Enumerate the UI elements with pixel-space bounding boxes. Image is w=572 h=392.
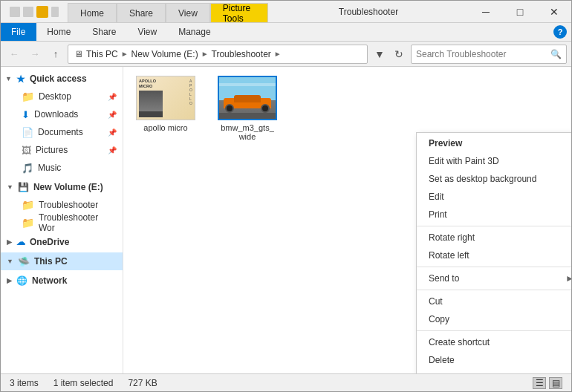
- tb-folder-icon: [36, 6, 48, 18]
- file-thumb-bmw: [218, 76, 277, 120]
- path-folder[interactable]: Troubleshooter: [212, 49, 271, 59]
- drive-label: New Volume (E:): [33, 182, 103, 192]
- sidebar: ▼ ★ Quick access 📁 Desktop 📌 ⬇ Downloads…: [1, 67, 123, 373]
- pictures-label: Pictures: [36, 145, 68, 155]
- dropdown-button[interactable]: ▼: [371, 45, 389, 63]
- forward-button[interactable]: →: [26, 45, 44, 63]
- title-bar-left: [1, 1, 68, 22]
- sidebar-onedrive[interactable]: ▶ ☁ OneDrive: [1, 233, 123, 251]
- desktop-label: Desktop: [39, 91, 71, 102]
- expand-arrow-network: ▶: [7, 277, 12, 284]
- ribbon-file-tab[interactable]: File: [1, 23, 36, 41]
- pin-documents: 📌: [108, 128, 117, 137]
- tab-home[interactable]: Home: [68, 3, 117, 22]
- tb-save-btn[interactable]: [10, 7, 20, 17]
- troubleshooter-wor-label: Troubleshooter Wor: [39, 212, 117, 233]
- path-thispc[interactable]: This PC: [86, 49, 118, 59]
- cm-rename-label: Rename: [429, 373, 462, 373]
- desktop-folder-icon: 📁: [22, 91, 34, 102]
- sidebar-item-pictures[interactable]: 🖼 Pictures 📌: [1, 141, 123, 159]
- window: Home Share View Picture Tools Troublesho…: [0, 0, 572, 392]
- cm-cut[interactable]: Cut: [417, 293, 571, 310]
- expand-arrow-thispc: ▼: [7, 258, 13, 265]
- path-sep-1: ►: [121, 50, 129, 58]
- ribbon-share-tab[interactable]: Share: [82, 23, 127, 41]
- network-icon: 🌐: [16, 275, 27, 286]
- network-section: ▶ 🌐 Network: [1, 272, 123, 290]
- file-item-bmw[interactable]: bmw_m3_gts_wide: [214, 76, 281, 141]
- sidebar-item-troubleshooter[interactable]: 📁 Troubleshooter: [1, 196, 123, 214]
- cm-edit[interactable]: Edit: [417, 188, 571, 206]
- sidebar-network[interactable]: ▶ 🌐 Network: [1, 272, 123, 290]
- tb-down-btn[interactable]: [51, 7, 59, 17]
- window-title: Troubleshooter: [268, 1, 469, 22]
- cm-create-shortcut[interactable]: Create shortcut: [417, 333, 571, 351]
- expand-arrow-quick: ▼: [5, 75, 12, 82]
- cm-preview[interactable]: Preview: [417, 134, 571, 152]
- file-item-apollo[interactable]: APOLLOMICRO APOLLO apollo micro: [132, 76, 199, 132]
- cm-send-to-label: Send to: [429, 273, 459, 284]
- expand-arrow-onedrive: ▶: [7, 238, 12, 246]
- cm-edit-paint3d-label: Edit with Paint 3D: [429, 156, 499, 166]
- window-controls: ─ □ ✕: [469, 1, 571, 22]
- cm-copy[interactable]: Copy: [417, 310, 571, 328]
- cm-set-desktop-label: Set as desktop background: [429, 174, 536, 184]
- file-thumb-apollo: APOLLOMICRO APOLLO: [136, 76, 195, 120]
- sidebar-thispc[interactable]: ▼ 🛸 This PC: [1, 252, 123, 270]
- sidebar-drive[interactable]: ▼ 💾 New Volume (E:): [1, 178, 123, 196]
- sidebar-item-troubleshooter-wor[interactable]: 📁 Troubleshooter Wor: [1, 214, 123, 232]
- ribbon: File Home Share View Manage ?: [1, 23, 571, 42]
- drive-section: ▼ 💾 New Volume (E:) 📁 Troubleshooter 📁 T…: [1, 178, 123, 232]
- sidebar-quick-access[interactable]: ▼ ★ Quick access: [1, 70, 123, 88]
- troubleshooter-wor-icon: 📁: [22, 217, 34, 229]
- cm-rotate-right[interactable]: Rotate right: [417, 229, 571, 246]
- downloads-label: Downloads: [34, 109, 78, 120]
- status-bar: 3 items 1 item selected 727 KB ☰ ▤: [1, 373, 571, 391]
- status-size: 727 KB: [128, 378, 157, 388]
- sidebar-item-downloads[interactable]: ⬇ Downloads 📌: [1, 105, 123, 123]
- back-button[interactable]: ←: [5, 45, 23, 63]
- cm-rotate-left-label: Rotate left: [429, 250, 469, 261]
- cm-send-to[interactable]: Send to ►: [417, 270, 571, 287]
- sidebar-item-documents[interactable]: 📄 Documents 📌: [1, 123, 123, 141]
- ribbon-home-tab[interactable]: Home: [36, 23, 82, 41]
- cm-preview-label: Preview: [429, 138, 462, 148]
- cm-delete[interactable]: Delete: [417, 351, 571, 369]
- cm-print[interactable]: Print: [417, 206, 571, 223]
- cm-set-desktop[interactable]: Set as desktop background: [417, 170, 571, 188]
- up-button[interactable]: ↑: [47, 45, 65, 63]
- close-button[interactable]: ✕: [537, 1, 571, 23]
- cm-edit-paint3d[interactable]: Edit with Paint 3D: [417, 152, 571, 170]
- pictures-icon: 🖼: [22, 145, 31, 156]
- thispc-icon: 🛸: [18, 256, 30, 267]
- view-grid-button[interactable]: ▤: [549, 377, 562, 389]
- cm-rename[interactable]: Rename: [417, 369, 571, 373]
- network-label: Network: [32, 275, 67, 286]
- view-list-button[interactable]: ☰: [533, 377, 546, 389]
- tb-open-btn[interactable]: [23, 7, 33, 17]
- tab-view[interactable]: View: [166, 3, 210, 22]
- maximize-button[interactable]: □: [503, 1, 537, 23]
- search-box[interactable]: 🔍: [411, 45, 567, 64]
- ribbon-manage-tab[interactable]: Manage: [168, 23, 221, 41]
- ribbon-view-tab[interactable]: View: [127, 23, 168, 41]
- cm-create-shortcut-label: Create shortcut: [429, 337, 490, 347]
- cm-print-label: Print: [429, 209, 447, 220]
- pin-downloads: 📌: [108, 111, 117, 119]
- address-path[interactable]: 🖥 This PC ► New Volume (E:) ► Troublesho…: [68, 45, 368, 64]
- path-sep-2: ►: [201, 50, 209, 58]
- search-icon: 🔍: [550, 49, 562, 59]
- sidebar-item-desktop[interactable]: 📁 Desktop 📌: [1, 88, 123, 105]
- search-input[interactable]: [416, 49, 547, 59]
- minimize-button[interactable]: ─: [469, 1, 503, 23]
- help-button[interactable]: ?: [553, 25, 567, 39]
- sidebar-item-music[interactable]: 🎵 Music: [1, 159, 123, 177]
- pin-pictures: 📌: [108, 146, 117, 154]
- cm-sep-1: [417, 226, 571, 226]
- refresh-button[interactable]: ↻: [390, 45, 408, 63]
- tab-share[interactable]: Share: [117, 3, 166, 22]
- status-count: 3 items: [10, 378, 39, 388]
- cm-rotate-left[interactable]: Rotate left: [417, 246, 571, 264]
- path-drive[interactable]: New Volume (E:): [131, 49, 198, 59]
- tab-picture-tools[interactable]: Picture Tools: [210, 3, 268, 22]
